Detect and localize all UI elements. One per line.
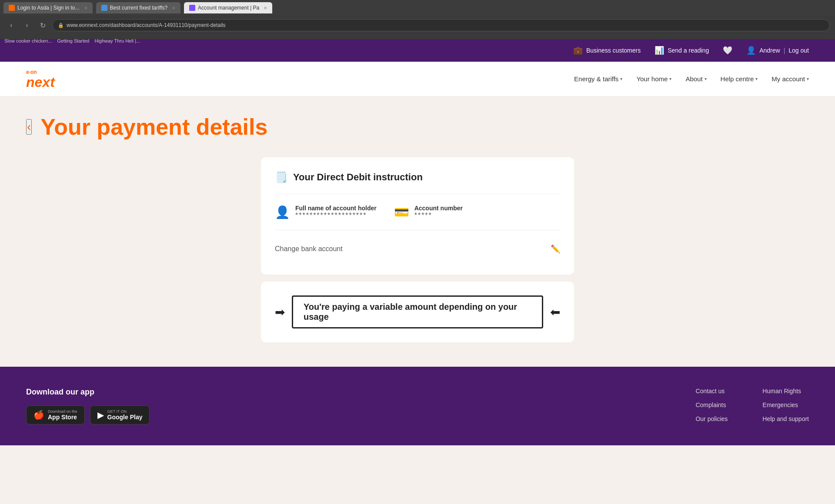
nav-help-centre[interactable]: Help centre ▾ (721, 75, 758, 83)
browser-tab-3[interactable]: Account management | Pa ✕ (184, 2, 272, 13)
logo-container: e·on next (26, 69, 55, 89)
google-play-text: GET IT ON Google Play (107, 409, 143, 421)
tab-close-1[interactable]: ✕ (84, 6, 87, 10)
direct-debit-title: Your Direct Debit instruction (293, 172, 423, 183)
logout-label[interactable]: Log out (788, 47, 809, 54)
app-store-badge[interactable]: 🍎 Download on the App Store (26, 405, 85, 424)
nav-your-home-label: Your home (636, 75, 668, 83)
lock-icon: 🔒 (58, 23, 64, 28)
nav-help-centre-label: Help centre (721, 75, 754, 83)
footer-emergencies-link[interactable]: Emergencies (762, 401, 809, 408)
account-holder-label: Full name of account holder (295, 205, 377, 212)
browser-toolbar: ‹ › ↻ 🔒 www.eonnext.com/dashboard/accoun… (0, 16, 835, 35)
nav-about[interactable]: About ▾ (685, 75, 706, 83)
nav-about-label: About (685, 75, 702, 83)
bookmark-2[interactable]: Getting Started (57, 38, 89, 43)
back-browser-button[interactable]: ‹ (5, 19, 17, 31)
arrow-left-icon: ⬅ (550, 305, 560, 319)
card-title-area: 🗒️ Your Direct Debit instruction (275, 171, 560, 183)
nav-my-account-chevron: ▾ (807, 76, 809, 81)
tab-close-3[interactable]: ✕ (264, 6, 267, 10)
footer-policies-link[interactable]: Our policies (695, 415, 728, 422)
arrow-right-icon: ➡ (275, 305, 285, 319)
footer-complaints-link[interactable]: Complaints (695, 401, 728, 408)
footer-help-support-link[interactable]: Help and support (762, 415, 809, 422)
apple-icon: 🍎 (33, 410, 44, 420)
change-bank-label: Change bank account (275, 245, 343, 253)
divider: | (784, 47, 785, 54)
forward-browser-button[interactable]: › (21, 19, 33, 31)
nav-help-centre-chevron: ▾ (755, 76, 758, 81)
app-badges: 🍎 Download on the App Store ▶ GET IT ON … (26, 405, 150, 424)
account-holder-item: 👤 Full name of account holder **********… (275, 205, 377, 219)
user-icon: 👤 (746, 46, 756, 55)
app-store-name: App Store (48, 414, 77, 421)
card-divider-2 (275, 230, 560, 230)
browser-tab-2[interactable]: Best current fixed tariffs? ✕ (96, 2, 181, 13)
nav-my-account[interactable]: My account ▾ (772, 75, 809, 83)
nav-your-home-chevron: ▾ (669, 76, 671, 81)
footer: Download our app 🍎 Download on the App S… (0, 367, 835, 445)
back-page-button[interactable]: ‹ (26, 119, 32, 135)
footer-content: Download our app 🍎 Download on the App S… (26, 388, 809, 424)
nav-your-home[interactable]: Your home ▾ (636, 75, 671, 83)
account-details: 👤 Full name of account holder **********… (275, 201, 560, 223)
google-play-sub: GET IT ON (107, 409, 143, 414)
user-name: Andrew (759, 47, 780, 54)
variable-text: You're paying a variable amount dependin… (304, 302, 517, 322)
bookmark-3[interactable]: Highway Thru Hell |... (94, 38, 140, 43)
google-play-name: Google Play (107, 414, 143, 421)
address-bar[interactable]: 🔒 www.eonnext.com/dashboard/accounts/A-1… (52, 19, 830, 31)
edit-pencil-icon[interactable]: ✏️ (551, 244, 560, 254)
tab-label-1: Login to Asda | Sign in to... (17, 5, 80, 11)
tab-favicon-1 (9, 5, 15, 11)
browser-chrome: Login to Asda | Sign in to... ✕ Best cur… (0, 0, 835, 39)
send-reading-label: Send a reading (668, 47, 709, 54)
browser-titlebar: Login to Asda | Sign in to... ✕ Best cur… (0, 0, 835, 16)
main-header: e·on next Energy & tariffs ▾ Your home ▾… (0, 62, 835, 96)
nav-energy-tariffs-label: Energy & tariffs (574, 75, 618, 83)
footer-links: Contact us Complaints Our policies Human… (695, 388, 809, 424)
tab-close-2[interactable]: ✕ (172, 6, 175, 10)
logo-area[interactable]: e·on next (26, 69, 55, 89)
variable-inner: ➡ You're paying a variable amount depend… (275, 295, 560, 328)
meter-icon: 📊 (655, 46, 664, 55)
nav-energy-tariffs[interactable]: Energy & tariffs ▾ (574, 75, 622, 83)
change-bank-row: Change bank account ✏️ (275, 237, 560, 261)
footer-col-1: Contact us Complaints Our policies (695, 388, 728, 424)
nav-about-chevron: ▾ (705, 76, 707, 81)
tab-favicon-2 (101, 5, 107, 11)
page-header: ‹ Your payment details (26, 114, 809, 140)
variable-box: You're paying a variable amount dependin… (292, 295, 543, 328)
account-holder-value: ******************** (295, 212, 377, 219)
footer-app-title: Download our app (26, 388, 150, 397)
main-nav: Energy & tariffs ▾ Your home ▾ About ▾ H… (574, 75, 809, 83)
footer-human-rights-link[interactable]: Human Rights (762, 388, 809, 395)
account-number-content: Account number ***** (414, 205, 463, 219)
person-icon: 👤 (275, 205, 290, 219)
account-number-value: ***** (414, 212, 463, 219)
footer-contact-link[interactable]: Contact us (695, 388, 728, 395)
refresh-button[interactable]: ↻ (37, 19, 49, 31)
nav-energy-tariffs-chevron: ▾ (620, 76, 622, 81)
account-number-label: Account number (414, 205, 463, 212)
user-account-link[interactable]: 👤 Andrew | Log out (746, 46, 809, 55)
browser-tab-1[interactable]: Login to Asda | Sign in to... ✕ (3, 2, 93, 13)
variable-payment-card: ➡ You're paying a variable amount depend… (261, 282, 574, 342)
account-holder-content: Full name of account holder ************… (295, 205, 377, 219)
footer-col-2: Human Rights Emergencies Help and suppor… (762, 388, 809, 424)
tab-favicon-3 (189, 5, 195, 11)
heart-icon-link[interactable]: 🤍 (723, 46, 732, 55)
page-content: ‹ Your payment details 🗒️ Your Direct De… (0, 96, 835, 367)
direct-debit-card: 🗒️ Your Direct Debit instruction 👤 Full … (261, 157, 574, 275)
tab-label-3: Account management | Pa (198, 5, 259, 11)
business-customers-label: Business customers (586, 47, 641, 54)
send-reading-link[interactable]: 📊 Send a reading (655, 46, 709, 55)
bookmark-1[interactable]: Slow cooker chicken... (4, 38, 52, 43)
account-number-item: 💳 Account number ***** (394, 205, 463, 219)
footer-app-section: Download our app 🍎 Download on the App S… (26, 388, 150, 424)
logo-next: next (26, 75, 55, 89)
card-divider (275, 194, 560, 194)
google-play-badge[interactable]: ▶ GET IT ON Google Play (90, 405, 150, 424)
business-customers-link[interactable]: 💼 Business customers (573, 46, 641, 55)
